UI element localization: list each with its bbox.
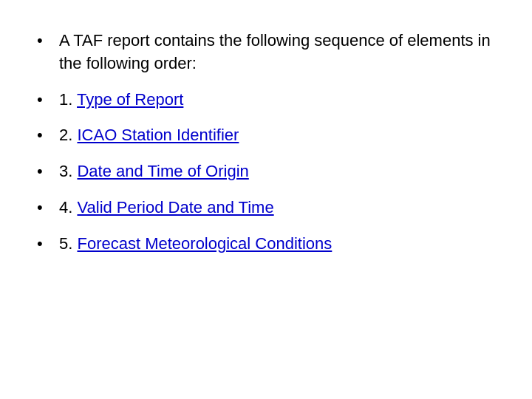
intro-text: A TAF report contains the following sequ… bbox=[59, 30, 495, 75]
intro-item: • A TAF report contains the following se… bbox=[37, 30, 495, 75]
bullet-5: • bbox=[37, 233, 59, 256]
item-3-link[interactable]: Date and Time of Origin bbox=[77, 162, 248, 180]
item-5-link[interactable]: Forecast Meteorological Conditions bbox=[77, 234, 332, 253]
item-2-link[interactable]: ICAO Station Identifier bbox=[77, 126, 239, 144]
list-item: • 5. Forecast Meteorological Conditions bbox=[37, 233, 495, 256]
list-item: • 4. Valid Period Date and Time bbox=[37, 197, 495, 219]
item-1-prefix: 1. bbox=[59, 90, 77, 109]
item-3-text: 3. Date and Time of Origin bbox=[59, 160, 249, 183]
main-content: • A TAF report contains the following se… bbox=[0, 0, 532, 299]
list-item: • 3. Date and Time of Origin bbox=[37, 160, 495, 183]
bullet-2: • bbox=[37, 124, 59, 147]
intro-bullet: • bbox=[37, 30, 59, 52]
item-5-prefix: 5. bbox=[59, 234, 77, 253]
item-4-prefix: 4. bbox=[59, 198, 77, 216]
bullet-3: • bbox=[37, 160, 59, 183]
item-5-text: 5. Forecast Meteorological Conditions bbox=[59, 233, 332, 256]
item-1-text: 1. Type of Report bbox=[59, 89, 183, 112]
item-4-link[interactable]: Valid Period Date and Time bbox=[77, 198, 273, 216]
list-item: • 2. ICAO Station Identifier bbox=[37, 124, 495, 147]
bullet-1: • bbox=[37, 89, 59, 112]
item-1-link[interactable]: Type of Report bbox=[77, 90, 183, 109]
list-item: • 1. Type of Report bbox=[37, 89, 495, 112]
item-2-text: 2. ICAO Station Identifier bbox=[59, 124, 239, 147]
item-2-prefix: 2. bbox=[59, 126, 77, 144]
item-3-prefix: 3. bbox=[59, 162, 77, 180]
bullet-4: • bbox=[37, 197, 59, 219]
item-4-text: 4. Valid Period Date and Time bbox=[59, 197, 274, 219]
